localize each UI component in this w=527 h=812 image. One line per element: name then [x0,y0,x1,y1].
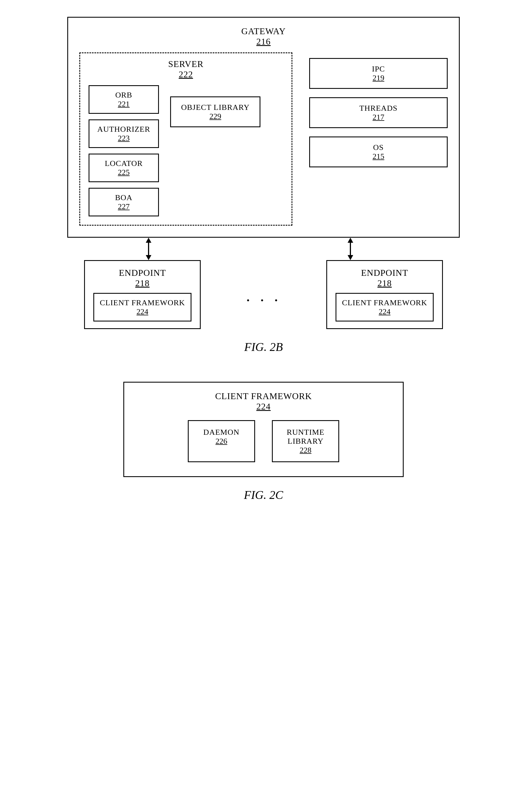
orb-label: ORB [97,90,150,100]
client-fw-outer-title: CLIENT FRAMEWORK 224 [138,391,389,412]
endpoint2-title: ENDPOINT 218 [336,268,434,288]
arrow-head-down-left [146,255,151,260]
gateway-num: 216 [79,37,448,47]
object-library-num: 229 [181,112,250,121]
page-content: GATEWAY 216 SERVER 222 ORB [39,17,488,502]
ipc-box: IPC 219 [309,58,448,89]
arrow-head-up-right [347,238,353,243]
orb-num: 221 [97,100,150,108]
arrow-head-up-left [146,238,151,243]
locator-num: 225 [97,168,150,177]
client-fw-outer-label: CLIENT FRAMEWORK [215,391,312,401]
client-fw1-num: 224 [100,307,185,316]
daemon-box: DAEMON 226 [188,420,255,462]
fig2c-container: CLIENT FRAMEWORK 224 DAEMON 226 RUNTIME … [39,382,488,502]
object-library-box: OBJECT LIBRARY 229 [170,97,261,127]
client-fw2-label: CLIENT FRAMEWORK [342,298,427,307]
arrow-head-down-right [347,255,353,260]
left-double-arrow [146,238,151,260]
arrows-row [67,238,460,260]
client-fw-outer-num: 224 [138,401,389,412]
client-fw-inner-row: DAEMON 226 RUNTIME LIBRARY 228 [138,420,389,462]
server-label: SERVER [168,59,203,69]
threads-num: 217 [320,113,437,122]
fig2b-label: FIG. 2B [244,340,283,354]
endpoint2-num: 218 [336,278,434,288]
right-double-arrow [347,238,353,260]
dots-separator: · · · [246,291,281,310]
daemon-num: 226 [203,437,240,446]
threads-label: THREADS [320,104,437,113]
arrow-line-left [148,243,149,255]
gateway-title: GATEWAY 216 [79,26,448,47]
client-fw2-box: CLIENT FRAMEWORK 224 [336,293,434,321]
threads-box: THREADS 217 [309,97,448,128]
endpoint1-label: ENDPOINT [119,268,166,278]
server-title: SERVER 222 [89,59,283,79]
authorizer-label: AUTHORIZER [97,125,150,134]
endpoint1-title: ENDPOINT 218 [93,268,191,288]
os-label: OS [320,143,437,152]
gateway-label: GATEWAY [241,26,286,36]
daemon-label: DAEMON [203,428,240,437]
orb-box: ORB 221 [89,85,159,114]
fig2b-container: GATEWAY 216 SERVER 222 ORB [39,17,488,354]
locator-label: LOCATOR [97,159,150,168]
ipc-label: IPC [320,64,437,73]
endpoint1-box: ENDPOINT 218 CLIENT FRAMEWORK 224 [84,260,201,329]
gateway-inner: SERVER 222 ORB 221 AUTHORIZER [79,53,448,226]
endpoint2-label: ENDPOINT [361,268,408,278]
boa-box: BOA 227 [89,188,159,216]
boa-num: 227 [97,202,150,211]
authorizer-box: AUTHORIZER 223 [89,119,159,148]
client-fw-outer-box: CLIENT FRAMEWORK 224 DAEMON 226 RUNTIME … [123,382,404,477]
runtime-library-num: 228 [287,446,325,455]
gateway-right-col: IPC 219 THREADS 217 OS 215 [309,58,448,167]
server-num: 222 [89,69,283,79]
arrow-line-right [350,243,351,255]
endpoints-row: ENDPOINT 218 CLIENT FRAMEWORK 224 · · · … [67,260,460,329]
fig2c-label: FIG. 2C [244,488,283,502]
object-library-label: OBJECT LIBRARY [181,103,250,112]
endpoint1-num: 218 [93,278,191,288]
server-left-col: ORB 221 AUTHORIZER 223 LOCATOR [89,85,159,216]
client-fw1-label: CLIENT FRAMEWORK [100,298,185,307]
runtime-library-label: RUNTIME LIBRARY [287,428,325,446]
server-box: SERVER 222 ORB 221 AUTHORIZER [79,53,293,226]
ipc-num: 219 [320,73,437,83]
runtime-library-box: RUNTIME LIBRARY 228 [272,420,340,462]
endpoint2-box: ENDPOINT 218 CLIENT FRAMEWORK 224 [326,260,443,329]
client-fw2-num: 224 [342,307,427,316]
boa-label: BOA [97,193,150,202]
client-fw1-box: CLIENT FRAMEWORK 224 [93,293,191,321]
os-box: OS 215 [309,136,448,167]
server-inner: ORB 221 AUTHORIZER 223 LOCATOR [89,85,283,216]
authorizer-num: 223 [97,134,150,143]
os-num: 215 [320,152,437,161]
locator-box: LOCATOR 225 [89,154,159,182]
gateway-box: GATEWAY 216 SERVER 222 ORB [67,17,460,238]
